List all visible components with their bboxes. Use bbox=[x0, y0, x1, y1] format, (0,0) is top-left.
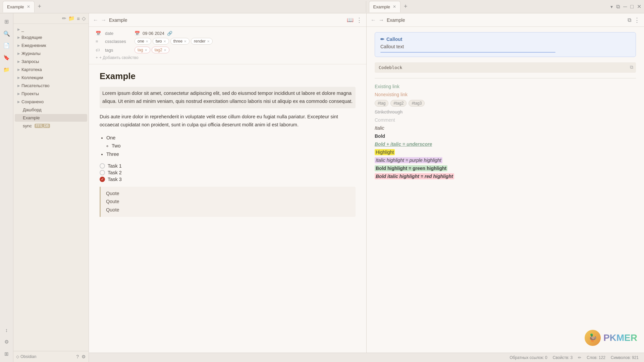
link-icon[interactable]: 🔗 bbox=[167, 31, 172, 36]
bold-italic-underline-text[interactable]: Bold + italic = underscore bbox=[375, 141, 636, 147]
maximize-icon[interactable]: □ bbox=[630, 4, 634, 10]
inline-tag-3[interactable]: #tag3 bbox=[409, 100, 425, 107]
sidebar-nav-icons: ⊞ 🔍 📄 🔖 📁 ↕ ⚙ ⊞ bbox=[0, 13, 13, 362]
chevron-icon: ▶ bbox=[17, 68, 20, 71]
item-label: Коллекции bbox=[21, 75, 43, 80]
existing-link[interactable]: Existing link bbox=[375, 84, 636, 89]
callout-block: ✏ Callout Callout text bbox=[375, 32, 636, 57]
tags-property-row: 🏷 tags tag ✕ tag2 ✕ bbox=[96, 47, 360, 53]
dropdown-icon[interactable]: ▾ bbox=[610, 4, 613, 9]
right-more-icon[interactable]: ⋮ bbox=[634, 16, 640, 24]
chevron-icon: ▶ bbox=[17, 36, 20, 39]
task-item-3: ✓ Task 3 bbox=[100, 177, 356, 182]
sidebar-item-daily[interactable]: ▶ Ежедневник bbox=[15, 42, 87, 49]
sort-icon[interactable]: ≡ bbox=[77, 16, 80, 21]
help-icon[interactable]: ? bbox=[76, 354, 79, 359]
tag-value-2[interactable]: tag2 ✕ bbox=[152, 47, 169, 53]
edit-pencil-icon[interactable]: ✏ bbox=[578, 355, 581, 360]
app-name: Obsidian bbox=[20, 354, 36, 359]
existing-link-text: Existing link bbox=[375, 84, 399, 89]
item-label: Дашборд bbox=[23, 107, 42, 112]
close-window-icon[interactable]: ✕ bbox=[637, 3, 641, 10]
split-view-icon[interactable]: ⧉ bbox=[616, 4, 620, 10]
sidebar-item-dashboard[interactable]: Дашборд bbox=[15, 106, 87, 114]
sidebar-item-root[interactable]: ▶ _ bbox=[15, 25, 87, 33]
folder-icon[interactable]: 📁 bbox=[68, 15, 75, 21]
status-bar: Обратных ссылок: 0 Свойств: 3 ✏ Слов: 12… bbox=[89, 353, 644, 362]
css-tags-container: one ✕ two ✕ three ✕ render ✕ bbox=[135, 38, 213, 45]
inline-tag-2[interactable]: #tag2 bbox=[390, 100, 407, 107]
more-options-icon[interactable]: ⋮ bbox=[356, 16, 362, 24]
css-tag-one[interactable]: one ✕ bbox=[135, 38, 151, 45]
item-label: Писательство bbox=[21, 83, 49, 88]
sidebar-item-projects[interactable]: ▶ Проекты bbox=[15, 90, 87, 98]
task-checkbox-1[interactable] bbox=[100, 163, 105, 169]
tab-label: Example bbox=[7, 4, 24, 9]
diamond-icon[interactable]: ◇ bbox=[82, 15, 86, 21]
list-item-three: Three bbox=[106, 150, 356, 159]
editor-content[interactable]: Example Lorem ipsum dolor sit amet, cons… bbox=[89, 64, 366, 353]
sidebar-item-inbox[interactable]: ▶ Входящие bbox=[15, 34, 87, 41]
inline-tag-1[interactable]: #tag bbox=[375, 100, 388, 107]
back-button[interactable]: ← bbox=[93, 17, 98, 23]
sidebar-toolbar: ✏ 📁 ≡ ◇ bbox=[13, 13, 89, 24]
css-tag-render[interactable]: render ✕ bbox=[191, 38, 213, 45]
sidebar-icon-search[interactable]: 🔍 bbox=[1, 28, 12, 39]
sidebar-icon-grid[interactable]: ⊞ bbox=[1, 16, 12, 27]
sidebar-item-writing[interactable]: ▶ Писательство bbox=[15, 82, 87, 89]
sidebar-item-journals[interactable]: ▶ Журналы bbox=[15, 50, 87, 57]
char-count: Символов: 921 bbox=[611, 355, 639, 360]
forward-button[interactable]: → bbox=[101, 17, 106, 23]
callout-title: ✏ Callout bbox=[380, 37, 630, 42]
divider-1 bbox=[375, 78, 636, 78]
sidebar-item-example[interactable]: Example bbox=[15, 114, 87, 122]
sidebar-icon-doc[interactable]: 📄 bbox=[1, 40, 12, 51]
sidebar-icon-bookmark[interactable]: 🔖 bbox=[1, 52, 12, 63]
sidebar-item-collections[interactable]: ▶ Коллекции bbox=[15, 74, 87, 81]
css-tag-three[interactable]: three ✕ bbox=[170, 38, 190, 45]
sidebar-item-sync[interactable]: sync FFS_DB bbox=[15, 122, 87, 130]
sidebar-icon-folder[interactable]: 📁 bbox=[1, 64, 12, 75]
sidebar-icon-apps[interactable]: ⊞ bbox=[1, 349, 12, 359]
tag-value-1[interactable]: tag ✕ bbox=[135, 47, 150, 53]
reader-mode-icon[interactable]: 📖 bbox=[347, 17, 354, 23]
sidebar-icon-gear[interactable]: ⚙ bbox=[1, 337, 12, 347]
task-label-2: Task 2 bbox=[108, 170, 122, 175]
add-property-button[interactable]: + + Добавить свойство bbox=[96, 55, 360, 60]
right-split-icon[interactable]: ⧉ bbox=[628, 17, 631, 23]
minimize-icon[interactable]: ─ bbox=[623, 4, 627, 10]
callout-body-text: Callout text bbox=[380, 44, 630, 49]
item-label: Журналы bbox=[21, 51, 41, 56]
right-tab-close-icon[interactable]: ✕ bbox=[393, 4, 396, 9]
pkmer-watermark: 🦆 PKMER bbox=[585, 330, 637, 346]
sidebar-icon-arrow[interactable]: ↕ bbox=[1, 324, 12, 335]
chevron-icon: ▶ bbox=[17, 27, 20, 31]
paragraph-1: Lorem ipsum dolor sit amet, consectetur … bbox=[100, 87, 356, 108]
sidebar-item-queries[interactable]: ▶ Запросы bbox=[15, 58, 87, 65]
codeblock-text: Codeblock bbox=[379, 65, 402, 70]
right-back-button[interactable]: ← bbox=[371, 17, 376, 23]
css-prop-icon: ≡ bbox=[96, 39, 102, 44]
plus-icon: + bbox=[96, 55, 98, 60]
copy-icon[interactable]: ⧉ bbox=[630, 64, 633, 70]
item-label: Example bbox=[23, 115, 40, 120]
task-checkbox-3[interactable]: ✓ bbox=[100, 177, 105, 182]
task-checkbox-2[interactable] bbox=[100, 170, 105, 175]
sidebar-item-cards[interactable]: ▶ Картотека bbox=[15, 66, 87, 73]
settings-icon[interactable]: ⚙ bbox=[82, 354, 86, 359]
left-tab-example[interactable]: Example ✕ bbox=[3, 1, 35, 12]
add-tab-button[interactable]: + bbox=[36, 2, 44, 11]
comment-label: Comment bbox=[375, 117, 395, 123]
sync-badge: FFS_DB bbox=[35, 124, 50, 128]
nonexisting-link[interactable]: Nonexisting link bbox=[375, 92, 636, 97]
tags-container: tag ✕ tag2 ✕ bbox=[135, 47, 169, 53]
right-add-tab-button[interactable]: + bbox=[402, 2, 410, 11]
edit-icon[interactable]: ✏ bbox=[62, 15, 66, 21]
tab-close-icon[interactable]: ✕ bbox=[27, 4, 30, 9]
css-tag-two[interactable]: two ✕ bbox=[153, 38, 169, 45]
obsidian-logo: ◇ Obsidian bbox=[16, 354, 36, 359]
right-tab-example[interactable]: Example ✕ bbox=[369, 1, 401, 12]
callout-title-text: Callout bbox=[386, 37, 402, 42]
sidebar-item-saved[interactable]: ▶ Сохранено bbox=[15, 98, 87, 106]
right-forward-button[interactable]: → bbox=[379, 17, 384, 23]
